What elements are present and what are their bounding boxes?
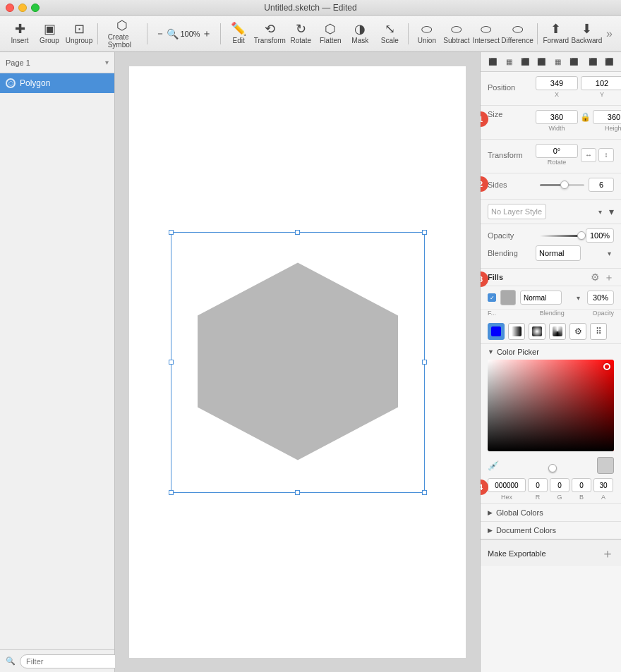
- insert-icon: ✚: [15, 23, 25, 35]
- flip-horizontal-button[interactable]: ↔: [581, 148, 596, 162]
- y-input[interactable]: [581, 76, 621, 90]
- toolbar-divider-1: [97, 23, 98, 44]
- canvas-page: [129, 66, 466, 658]
- window-title: Untitled.sketch — Edited: [264, 3, 356, 13]
- lock-icon[interactable]: 🔒: [580, 112, 591, 122]
- edit-button[interactable]: ✏️ Edit: [224, 18, 253, 49]
- fill-type-noise-button[interactable]: ⠿: [590, 323, 607, 340]
- subtract-button[interactable]: ⬭ Subtract: [442, 18, 471, 49]
- more-button[interactable]: »: [603, 28, 615, 40]
- sides-slider[interactable]: [540, 184, 584, 186]
- x-input[interactable]: [536, 76, 578, 90]
- difference-button[interactable]: ⬭ Difference: [502, 18, 533, 49]
- toolbar: ✚ Insert ▣ Group ⊡ Ungroup ⬡ Create Symb…: [0, 16, 621, 52]
- r-input[interactable]: [528, 478, 548, 492]
- align-center-v-button[interactable]: ▦: [550, 54, 565, 70]
- fill-blending-select[interactable]: Normal: [520, 291, 562, 305]
- layer-style-select[interactable]: No Layer Style: [488, 204, 546, 219]
- rotate-input[interactable]: [536, 144, 578, 158]
- close-button[interactable]: [6, 4, 14, 12]
- fill-blending-label: Blending: [516, 310, 588, 317]
- align-left-button[interactable]: ⬛: [485, 54, 500, 70]
- group-label: Group: [40, 37, 59, 44]
- fill-opacity-label: Opacity: [592, 310, 614, 317]
- layer-item-polygon[interactable]: ⬡ Polygon: [0, 73, 114, 93]
- global-colors-row[interactable]: ▶ Global Colors: [481, 504, 621, 522]
- align-bottom-button[interactable]: ⬛: [566, 54, 581, 70]
- fill-checkbox[interactable]: [488, 293, 496, 302]
- handle-bottom-left[interactable]: [169, 490, 174, 495]
- handle-mid-right[interactable]: [422, 360, 427, 365]
- scale-button[interactable]: ⤡ Scale: [375, 18, 404, 49]
- align-top-button[interactable]: ⬛: [533, 54, 549, 70]
- fill-type-angular-button[interactable]: [549, 323, 566, 340]
- union-button[interactable]: ⬭ Union: [413, 18, 441, 49]
- sides-section: Sides: [481, 173, 621, 200]
- flip-vertical-button[interactable]: ↕: [598, 148, 614, 162]
- fill-type-linear-button[interactable]: [508, 323, 525, 340]
- insert-button[interactable]: ✚ Insert: [6, 18, 34, 49]
- zoom-control[interactable]: － 🔍 100% ＋: [151, 28, 215, 40]
- forward-button[interactable]: ⬆ Forward: [542, 18, 570, 49]
- hex-input[interactable]: [488, 478, 526, 492]
- transform-section: Transform Rotate ↔ ↕: [481, 140, 621, 173]
- create-symbol-button[interactable]: ⬡ Create Symbol: [102, 18, 143, 49]
- distribute-h-button[interactable]: ⬛: [585, 54, 601, 70]
- rotate-input-group: Rotate: [536, 144, 578, 166]
- sides-label: Sides: [488, 181, 536, 189]
- width-input[interactable]: [536, 110, 578, 124]
- maximize-button[interactable]: [31, 4, 40, 12]
- fill-opacity-input[interactable]: [587, 291, 614, 305]
- toolbar-divider-5: [537, 23, 538, 44]
- hex-label: Hex: [501, 494, 512, 501]
- document-colors-row[interactable]: ▶ Document Colors: [481, 522, 621, 539]
- align-toolbar: ⬛ ▦ ⬛ ⬛ ▦ ⬛ ⬛ ⬛: [481, 52, 621, 72]
- blending-label: Blending: [488, 249, 536, 257]
- fill-type-pattern-button[interactable]: ⚙: [569, 323, 586, 340]
- fill-color-preview[interactable]: [500, 290, 516, 305]
- align-center-h-button[interactable]: ▦: [501, 54, 517, 70]
- handle-bottom-right[interactable]: [422, 490, 427, 495]
- opacity-input[interactable]: [586, 228, 614, 243]
- hex-input-group: Hex: [488, 478, 526, 501]
- handle-top-right[interactable]: [422, 230, 427, 235]
- filter-input[interactable]: [20, 654, 130, 668]
- handle-mid-left[interactable]: [169, 360, 174, 365]
- g-input[interactable]: [550, 478, 569, 492]
- handle-bottom-center[interactable]: [295, 490, 300, 495]
- ungroup-button[interactable]: ⊡ Ungroup: [65, 18, 93, 49]
- size-section-wrapper: 1 Size Width 🔒 Height: [481, 106, 621, 173]
- handle-top-center[interactable]: [295, 230, 300, 235]
- mask-icon: ◑: [354, 23, 366, 35]
- height-input[interactable]: [593, 110, 621, 124]
- page-chevron-icon[interactable]: ▾: [105, 59, 109, 66]
- canvas-area[interactable]: [115, 52, 480, 672]
- backward-button[interactable]: ⬇ Backward: [572, 18, 602, 49]
- opacity-slider[interactable]: [540, 235, 581, 237]
- transform-button[interactable]: ⟲ Transform: [254, 18, 285, 49]
- rotate-button[interactable]: ↻ Rotate: [287, 18, 315, 49]
- minimize-button[interactable]: [18, 4, 27, 12]
- intersect-button[interactable]: ⬭ Intersect: [472, 18, 500, 49]
- fills-add-button[interactable]: ＋: [604, 272, 614, 282]
- flatten-button[interactable]: ⬡ Flatten: [316, 18, 344, 49]
- fill-blending-wrapper: Normal: [520, 291, 583, 305]
- mask-button[interactable]: ◑ Mask: [346, 18, 374, 49]
- fill-type-radial-button[interactable]: [529, 323, 545, 340]
- color-gradient[interactable]: [488, 360, 614, 451]
- fill-type-solid-button[interactable]: [488, 323, 505, 340]
- a-input[interactable]: [593, 478, 613, 492]
- opacity-thumb: [577, 231, 586, 240]
- group-button[interactable]: ▣ Group: [35, 18, 64, 49]
- make-exportable-add-button[interactable]: ＋: [601, 545, 614, 562]
- align-right-button[interactable]: ⬛: [517, 54, 533, 70]
- layer-style-chevron-icon[interactable]: ▾: [609, 206, 614, 217]
- distribute-v-button[interactable]: ⬛: [601, 54, 617, 70]
- blending-select[interactable]: Normal Darken Multiply Lighten Screen Ov…: [536, 245, 581, 261]
- color-picker-header[interactable]: ▼ Color Picker: [481, 344, 621, 360]
- b-input[interactable]: [572, 478, 591, 492]
- eyedropper-button[interactable]: 💉: [488, 460, 499, 471]
- handle-top-left[interactable]: [169, 230, 174, 235]
- sides-input[interactable]: [589, 178, 614, 192]
- fills-settings-button[interactable]: ⚙: [591, 272, 600, 282]
